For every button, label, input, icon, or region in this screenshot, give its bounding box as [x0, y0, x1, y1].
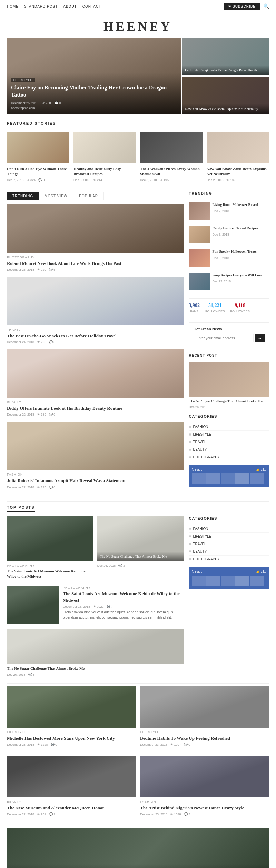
top-post-left[interactable]: PHOTOGRAPHY The Saint Louis Art Museum W…	[7, 516, 93, 581]
featured-item-1[interactable]: Don't Risk a Red-Eye Without These Thing…	[7, 132, 69, 182]
featured-item-2[interactable]: Healthy and Deliciously Easy Breakfast R…	[73, 132, 136, 182]
trending-image-4	[189, 273, 210, 290]
site-name: HEENEY	[0, 19, 276, 34]
sidebar-cat-travel[interactable]: TRAVEL	[189, 540, 269, 548]
hero-side: Let Emily Ratajkowski Explain Single Pap…	[182, 38, 269, 114]
sidebar-cat-dot-3	[189, 543, 191, 545]
nav-about[interactable]: ABOUT	[63, 4, 77, 8]
category-lifestyle[interactable]: LIFESTYLE	[189, 431, 269, 438]
grid-article-4[interactable]: FASHION The Artist Behind Nigeria's Newe…	[140, 756, 269, 816]
nav-home[interactable]: HOME	[7, 4, 19, 8]
hero-social: bootstrapmb.com	[11, 106, 177, 110]
trending-item-1[interactable]: Living Room Makeover Reveal Dec 7, 2018	[189, 202, 269, 220]
article-fashion-1[interactable]: FASHION Julia Roberts' Infamous Armpit H…	[7, 422, 184, 489]
category-label-travel: TRAVEL	[193, 440, 206, 444]
sidebar-fb-like[interactable]: 👍 Like	[256, 570, 266, 573]
top-posts-section: TOP POSTS PHOTOGRAPHY The Saint Louis Ar…	[0, 505, 276, 676]
grid-article-3[interactable]: BEAUTY The New Museum and Alexander McQu…	[7, 756, 136, 816]
article-meta-4: December 22, 2018 👁 176 💬 0	[7, 486, 184, 489]
sidebar-cat-beauty[interactable]: BEAUTY	[189, 548, 269, 556]
category-fashion[interactable]: FASHION	[189, 423, 269, 431]
subscribe-button[interactable]: ✉ SUBSCRIBE	[224, 3, 260, 10]
nav-standard-post[interactable]: STANDARD POST	[24, 4, 58, 8]
nav-right: ✉ SUBSCRIBE 🔍	[224, 3, 269, 10]
sidebar-cat-label-5: PHOTOGRAPHY	[193, 557, 220, 561]
sidebar-cat-dot-5	[189, 558, 191, 560]
top-post-second-card[interactable]: The No Sugar Challenge That Almost Broke…	[7, 629, 184, 676]
top-post-image-left	[7, 516, 93, 561]
grid-article-meta-3: December 22, 2018 👁 961 💬 2	[7, 812, 136, 816]
grid-article-image-2	[140, 686, 269, 728]
trending-item-2[interactable]: Candy Inspired Travel Recipes Dec 6, 201…	[189, 226, 269, 243]
trending-item-4[interactable]: Soup Recipes Everyone Will Love Dec 23, …	[189, 273, 269, 290]
pinterest-count[interactable]: 9,118 Followers	[230, 303, 250, 314]
site-logo: HEENEY	[0, 13, 276, 38]
article-beauty-1[interactable]: BEAUTY Diddy Offers Intimate Look at His…	[7, 349, 184, 416]
featured-item-4[interactable]: Now You Know Zazie Beetz Explains Net Ne…	[207, 132, 269, 182]
sidebar-cat-photography[interactable]: PHOTOGRAPHY	[189, 556, 269, 563]
fb-like-btn[interactable]: 👍 Like	[256, 468, 266, 471]
sidebar-fb-label: fb Page	[192, 570, 203, 573]
top-post-second-image	[7, 629, 184, 664]
trending-list: Living Room Makeover Reveal Dec 7, 2018 …	[189, 202, 269, 293]
fb-box-header: fb Page 👍 Like	[192, 468, 267, 471]
newsletter-form: ➔	[194, 334, 265, 342]
sidebar-cat-dot-1	[189, 528, 191, 530]
trending-item-3[interactable]: Fun Spooky Halloween Treats Dec 5, 2018	[189, 249, 269, 267]
fb-page-label: fb Page	[192, 468, 203, 471]
top-post-right-card[interactable]: The No Sugar Challenge That Almost Broke…	[97, 516, 184, 581]
article-image-fashion-1	[7, 422, 184, 470]
sidebar-cat-lifestyle[interactable]: LIFESTYLE	[189, 533, 269, 540]
grid-article-2[interactable]: LIFESTYLE Bedtime Habits To Wake Up Feel…	[140, 686, 269, 746]
grid-article-title-1: Michelle Has Bestowed More Stars Upon Ne…	[7, 735, 136, 741]
divider-2	[7, 501, 269, 502]
featured-image-1	[7, 132, 69, 163]
grid-article-1[interactable]: LIFESTYLE Michelle Has Bestowed More Sta…	[7, 686, 136, 746]
newsletter-box: Get Fresh News ➔	[189, 322, 269, 347]
twitter-count[interactable]: 51,221 Followers	[205, 303, 225, 314]
category-photography[interactable]: PHOTOGRAPHY	[189, 453, 269, 461]
article-travel-1[interactable]: TRAVEL The Best On-the-Go Snacks to Get …	[7, 277, 184, 344]
fb-thumb-2	[206, 473, 220, 484]
article-image-travel-1	[7, 277, 184, 325]
recent-post-section: RECENT POST The No Sugar Challenge That …	[189, 352, 269, 409]
grid-article-meta-4: December 23, 2018 👁 1078 💬 3	[140, 812, 269, 816]
trending-date-4: Dec 23, 2018	[213, 280, 231, 283]
article-photography-1[interactable]: PHOTOGRAPHY Roland Mouret New Book About…	[7, 204, 184, 271]
article-meta-3: December 22, 2018 👁 189 💬 0	[7, 413, 184, 416]
recent-post-meta: Dec 26, 2018	[189, 405, 269, 409]
hero-main: LIFESTYLE Claire Foy on Becoming Mother …	[7, 38, 181, 114]
tab-most-view[interactable]: MOST VIEW	[39, 192, 73, 200]
hero-comments: 💬 0	[55, 101, 61, 105]
search-icon[interactable]: 🔍	[263, 3, 269, 9]
facebook-number: 3,902	[189, 303, 200, 308]
category-beauty[interactable]: BEAUTY	[189, 446, 269, 453]
fb-thumb-1	[192, 473, 206, 484]
facebook-count[interactable]: 3,902 Fans	[189, 303, 200, 314]
hero-views: 👁 238	[42, 101, 51, 105]
tab-popular[interactable]: POPULAR	[73, 192, 104, 200]
hero-side-item-1[interactable]: Let Emily Ratajkowski Explain Single Pap…	[182, 38, 269, 75]
sidebar-fb-box: fb Page 👍 Like	[189, 567, 269, 589]
sidebar-fb-thumbs	[192, 576, 267, 586]
main-articles: TRENDING MOST VIEW POPULAR PHOTOGRAPHY R…	[7, 192, 184, 495]
top-posts-title: TOP POSTS	[7, 505, 35, 512]
newsletter-submit[interactable]: ➔	[255, 334, 265, 342]
article-meta-2: December 24, 2018 👁 205 💬 3	[7, 340, 184, 344]
hero-category: LIFESTYLE	[11, 78, 35, 82]
article-image-beauty-1	[7, 349, 184, 398]
fb-thumb-5	[250, 473, 264, 484]
nav-contact[interactable]: CONTACT	[82, 4, 101, 8]
category-travel[interactable]: TRAVEL	[189, 438, 269, 446]
hero-side-item-2[interactable]: Now You Know Zazie Beetz Explains Net Ne…	[182, 77, 269, 114]
trending-date-1: Dec 7, 2018	[213, 209, 229, 213]
article-cat-1: PHOTOGRAPHY	[7, 256, 184, 259]
featured-item-3[interactable]: The 4 Workout Pieces Every Woman Should …	[140, 132, 203, 182]
tab-trending[interactable]: TRENDING	[7, 192, 39, 200]
top-post-row[interactable]: PHOTOGRAPHY The Saint Louis Art Museum W…	[7, 586, 184, 624]
newsletter-input[interactable]	[194, 334, 254, 342]
sidebar-cat-fashion[interactable]: FASHION	[189, 525, 269, 533]
trending-title-2: Candy Inspired Travel Recipes	[213, 226, 258, 230]
category-dot-5	[189, 456, 191, 458]
trending-tabs: TRENDING MOST VIEW POPULAR	[7, 192, 184, 200]
